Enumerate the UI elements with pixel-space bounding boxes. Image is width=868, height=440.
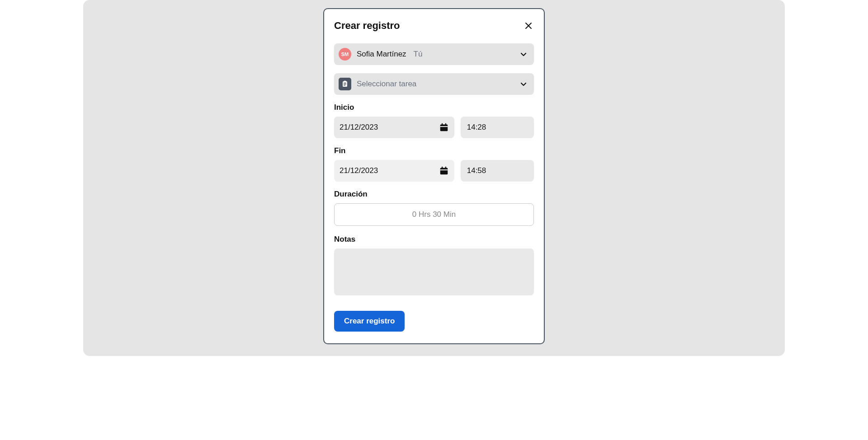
create-record-modal: Crear registro SM Sofia Martínez Tú Sele… [323, 8, 545, 344]
clipboard-icon [339, 78, 351, 90]
user-name: Sofia Martínez [357, 50, 406, 59]
end-date-input[interactable]: 21/12/2023 [334, 160, 454, 182]
close-icon [525, 22, 532, 29]
duration-input[interactable]: 0 Hrs 30 Min [334, 203, 534, 226]
avatar: SM [339, 48, 351, 61]
svg-rect-3 [344, 84, 346, 84]
end-row: 21/12/2023 14:58 [334, 160, 534, 182]
calendar-icon [439, 166, 449, 176]
user-select[interactable]: SM Sofia Martínez Tú [334, 43, 534, 65]
task-select[interactable]: Seleccionar tarea [334, 73, 534, 95]
svg-rect-8 [445, 123, 446, 126]
start-time-input[interactable]: 14:28 [461, 117, 534, 138]
svg-rect-1 [344, 81, 346, 82]
start-label: Inicio [334, 103, 534, 112]
end-time-input[interactable]: 14:58 [461, 160, 534, 182]
start-date-value: 21/12/2023 [340, 123, 434, 132]
svg-rect-10 [440, 169, 448, 170]
svg-rect-4 [344, 85, 345, 85]
app-background: Crear registro SM Sofia Martínez Tú Sele… [83, 0, 785, 356]
end-time-value: 14:58 [467, 166, 486, 175]
notes-textarea[interactable] [334, 248, 534, 295]
duration-label: Duración [334, 190, 534, 199]
calendar-icon [439, 122, 449, 132]
modal-title: Crear registro [334, 20, 400, 32]
modal-header: Crear registro [334, 20, 534, 32]
start-date-input[interactable]: 21/12/2023 [334, 117, 454, 138]
svg-rect-2 [344, 83, 346, 83]
close-button[interactable] [523, 20, 534, 31]
end-label: Fin [334, 146, 534, 155]
duration-value: 0 Hrs 30 Min [412, 210, 456, 219]
task-placeholder: Seleccionar tarea [357, 80, 416, 89]
chevron-down-icon [519, 50, 528, 58]
start-row: 21/12/2023 14:28 [334, 117, 534, 138]
svg-rect-5 [440, 125, 448, 131]
user-you-label: Tú [414, 50, 423, 59]
chevron-down-icon [519, 80, 528, 88]
start-time-value: 14:28 [467, 123, 486, 132]
svg-rect-9 [440, 168, 448, 175]
create-record-button[interactable]: Crear registro [334, 311, 405, 332]
svg-rect-6 [440, 126, 448, 127]
svg-rect-12 [445, 167, 446, 169]
end-date-value: 21/12/2023 [340, 166, 434, 175]
notes-label: Notas [334, 235, 534, 244]
svg-rect-7 [442, 123, 443, 126]
svg-rect-11 [442, 167, 443, 169]
